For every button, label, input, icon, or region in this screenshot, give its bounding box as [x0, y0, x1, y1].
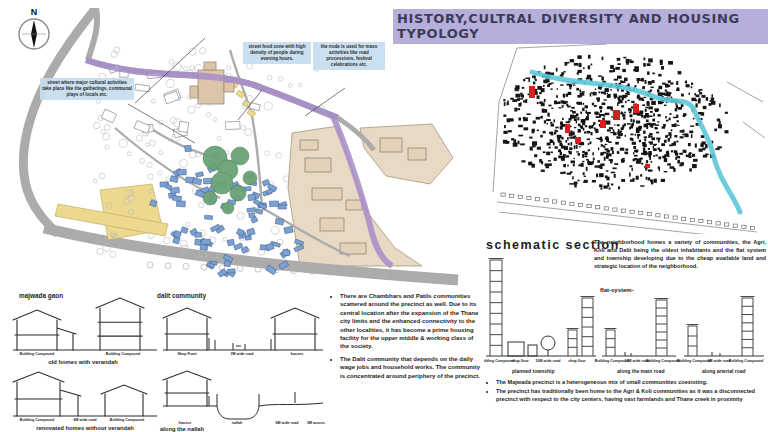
house-sections: majwada gaon dalit community Building Co…: [5, 288, 327, 432]
section-caption: planned township: [512, 368, 555, 374]
bullet-item: The precinct has traditionally been home…: [496, 388, 765, 404]
section-label: nallah: [232, 421, 242, 425]
section-caption: along the nallah: [160, 426, 205, 432]
main-map: [0, 8, 460, 293]
section-caption: along arterial road: [702, 368, 746, 374]
section-label: shop floor: [511, 359, 529, 363]
section-label: houses: [179, 421, 192, 425]
fg-river: [532, 72, 740, 212]
section-label: 6M wide road: [74, 418, 97, 422]
bullet-item: The Dalit community that depends on the …: [340, 355, 481, 380]
section-label: Building Compound: [106, 352, 140, 356]
map-beige-area-upper: [360, 124, 453, 184]
section-label: Building Compound: [20, 418, 54, 422]
section-caption: old homes with verandah: [48, 359, 118, 365]
tower-drawings: [489, 259, 755, 357]
section-label: houses: [291, 352, 304, 356]
schematic-sections: flat-system- Building Compound shop floo…: [484, 246, 766, 380]
section-label: Building Compound: [110, 418, 144, 422]
map-temple-complex: [190, 62, 234, 104]
group-title-majwada: majwada gaon: [19, 292, 63, 300]
section-label: Building Compound: [484, 359, 514, 363]
section-label: 10M wide road: [536, 359, 561, 363]
slide: N HISTORY,CULTRAL DIVERSITY AND HOUSING …: [0, 0, 768, 432]
section-label: Building Compound: [646, 359, 680, 363]
section-label: 3M access: [307, 421, 325, 425]
section-caption: along the main road: [617, 368, 665, 374]
section-label: 3M wide road: [231, 352, 254, 356]
annotation-note: street food zone with high density of pe…: [243, 42, 311, 64]
flat-system-label: flat-system-: [600, 287, 634, 293]
community-notes: There are Chambhars and Patils communiti…: [331, 292, 481, 384]
annotation-note: street where major cultural activities t…: [40, 78, 134, 100]
section-caption: renovated homes without verandah: [36, 425, 134, 431]
section-label: Building Compound: [677, 359, 711, 363]
section-label: Building Compound: [729, 359, 763, 363]
house-drawings: [13, 298, 319, 416]
section-label: 6M wide road: [276, 421, 299, 425]
fg-building-fabric: [501, 55, 755, 230]
figure-ground-map: [487, 42, 765, 234]
section-label: shop floor: [568, 359, 586, 363]
section-label: Shop Front: [177, 352, 197, 356]
precinct-notes: The Majwada precinct is a heterogeneous …: [487, 379, 765, 404]
schematic-ground: [486, 336, 764, 356]
section-label: 6M wide road: [708, 359, 731, 363]
annotation-note: the node is used for mass activities lik…: [313, 42, 385, 70]
section-label: Building Compound: [20, 352, 54, 356]
bullet-item: The Majwada precinct is a heterogeneous …: [496, 379, 765, 387]
group-title-dalit: dalit community: [157, 292, 206, 300]
bullet-item: There are Chambhars and Patils communiti…: [340, 292, 481, 351]
